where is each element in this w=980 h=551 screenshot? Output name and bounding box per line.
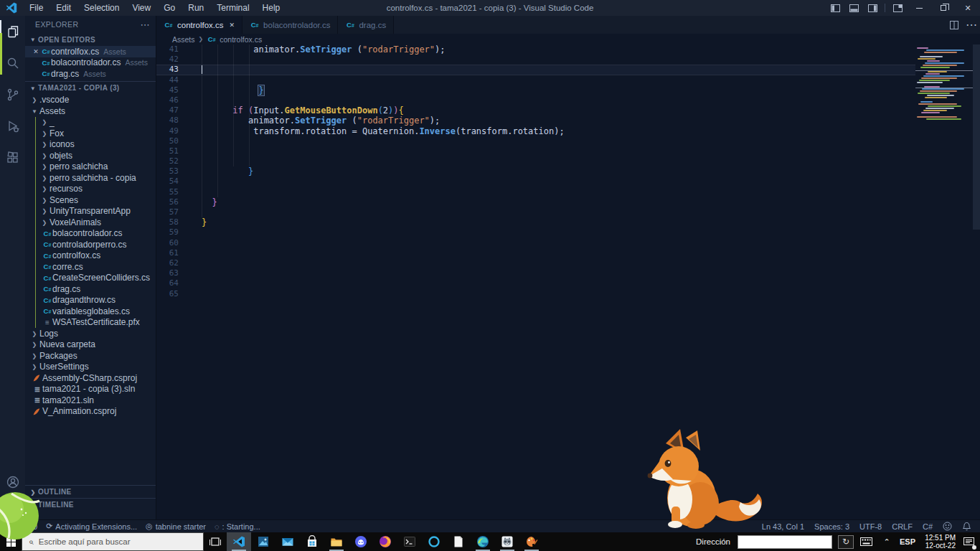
section-timeline[interactable]: ❯TIMELINE [25, 498, 156, 511]
code-line-53[interactable]: 53} [156, 166, 915, 176]
workspace-root-header[interactable]: ▼ TAMA2021 - COPIA (3) [25, 82, 156, 95]
section-outline[interactable]: ❯OUTLINE [25, 485, 156, 498]
code-line-50[interactable]: 50 [156, 136, 915, 146]
address-toolbar[interactable]: ▼ [738, 535, 832, 549]
taskbar-app-edge[interactable] [471, 532, 495, 551]
tree-item-corre-cs[interactable]: C#corre.cs [25, 261, 156, 273]
tab-bolacontrolador-cs[interactable]: C#bolacontrolador.cs [242, 16, 338, 34]
taskbar-app-store[interactable] [300, 532, 324, 551]
tree-item-vscode[interactable]: ❯.vscode [25, 95, 156, 106]
tree-item-nueva-carpeta[interactable]: ❯Nueva carpeta [25, 339, 156, 351]
layout-customize-icon[interactable] [888, 0, 907, 16]
code-line-60[interactable]: 60 [156, 238, 915, 248]
code-line-44[interactable]: 44 [156, 75, 915, 85]
code-line-63[interactable]: 63 [156, 268, 915, 278]
code-line-59[interactable]: 59 [156, 227, 915, 237]
minimap[interactable] [915, 44, 973, 519]
taskbar-app-notepad[interactable] [446, 532, 471, 551]
status-ln-43-col-1[interactable]: Ln 43, Col 1 [762, 522, 804, 531]
code-line-65[interactable]: 65 [156, 289, 915, 299]
status-spaces-3[interactable]: Spaces: 3 [814, 522, 849, 531]
tree-item-variablesglobales-cs[interactable]: C#variablesglobales.cs [25, 306, 156, 317]
tree-item-v-animation-csproj[interactable]: V_Animation.csproj [25, 406, 156, 418]
tree-item-perro-salchicha-copia[interactable]: ❯perro salchicha - copia [25, 172, 156, 184]
code-line-58[interactable]: 58} [156, 217, 915, 227]
code-line-48[interactable]: 48animator.SetTrigger ("rodarTrigger"); [156, 116, 915, 126]
status-starting[interactable]: ◌: Starting... [215, 522, 260, 531]
breadcrumb-file[interactable]: controlfox.cs [220, 35, 262, 44]
tree-item-recursos[interactable]: ❯recursos [25, 184, 156, 195]
taskbar-app-raccoon[interactable] [495, 532, 519, 551]
tree-item-controlfox-cs[interactable]: C#controlfox.cs [25, 250, 156, 262]
tree-item-wsatestcertificate-pfx[interactable]: ≡WSATestCertificate.pfx [25, 317, 156, 329]
tree-item-voxelanimals[interactable]: ❯VoxelAnimals [25, 217, 156, 228]
tree-item-objets[interactable]: ❯objets [25, 150, 156, 161]
code-line-42[interactable]: 42 [156, 55, 915, 65]
status-bell[interactable] [962, 522, 971, 531]
code-line-46[interactable]: 46 [156, 95, 915, 105]
open-editor-drag-cs[interactable]: C#drag.csAssets [25, 68, 156, 80]
tree-item-unitytransparentapp[interactable]: ❯UnityTransparentApp [25, 206, 156, 217]
tree-item-fox[interactable]: ❯Fox [25, 128, 156, 139]
taskbar-app-paint[interactable] [519, 532, 544, 551]
open-editor-bolacontrolador-cs[interactable]: C#bolacontrolador.csAssets [25, 57, 156, 69]
status-tabnine-starter[interactable]: ◎tabnine starter [146, 522, 206, 531]
tree-item-assembly-csharp-csproj[interactable]: Assembly-CSharp.csproj [25, 372, 156, 384]
code-line-52[interactable]: 52 [156, 156, 915, 166]
tree-item-iconos[interactable]: ❯iconos [25, 139, 156, 151]
open-editor-controlfox-cs[interactable]: ✕C#controlfox.csAssets [25, 46, 156, 57]
extensions-icon[interactable] [0, 142, 25, 174]
code-line-47[interactable]: 47if (Input.GetMouseButtonDown(2)){ [156, 105, 915, 116]
status-feedback[interactable] [943, 522, 952, 531]
code-line-49[interactable]: 49transform.rotation = Quaternion.Invers… [156, 126, 915, 136]
debug-icon[interactable] [0, 110, 25, 142]
taskbar-app-cortana[interactable] [422, 532, 446, 551]
status-c[interactable]: C# [923, 522, 933, 531]
code-line-41[interactable]: 41animator.SetTrigger ("rodarTrigger"); [156, 44, 915, 55]
menu-file[interactable]: File [23, 1, 50, 14]
tree-item-assets[interactable]: ▼Assets [25, 105, 156, 117]
code-line-55[interactable]: 55 [156, 187, 915, 197]
close-icon[interactable]: ✕ [230, 22, 235, 29]
taskbar-app-firefox[interactable] [373, 532, 397, 551]
split-editor-icon[interactable] [946, 17, 963, 33]
task-view-button[interactable] [204, 532, 227, 551]
code-line-51[interactable]: 51 [156, 146, 915, 156]
close-icon[interactable]: ✕ [31, 48, 41, 55]
code-line-57[interactable]: 57 [156, 207, 915, 217]
menu-help[interactable]: Help [256, 1, 287, 14]
explorer-more-actions-icon[interactable]: ⋯ [141, 19, 150, 30]
layout-sidebar-left-icon[interactable] [826, 0, 844, 16]
files-icon[interactable] [0, 16, 25, 47]
status-activating-extensions[interactable]: ⟳Activating Extensions... [46, 522, 137, 531]
taskbar-app-vscode[interactable] [227, 532, 251, 551]
language-indicator[interactable]: ESP [900, 537, 915, 546]
taskbar-search[interactable]: ⌕ Escribe aquí para buscar [22, 532, 204, 551]
close-button[interactable]: ✕ [956, 0, 980, 16]
menu-go[interactable]: Go [157, 1, 182, 14]
tree-item-logs[interactable]: ❯Logs [25, 328, 156, 339]
restore-button[interactable] [931, 0, 956, 16]
code-editor[interactable]: 41animator.SetTrigger ("rodarTrigger");4… [156, 44, 980, 519]
code-line-62[interactable]: 62 [156, 258, 915, 268]
taskbar-app-terminal[interactable] [397, 532, 422, 551]
address-input[interactable] [738, 536, 846, 548]
tree-item-perro-salchicha[interactable]: ❯perro salchicha [25, 161, 156, 173]
layout-panel-icon[interactable] [844, 0, 863, 16]
menu-terminal[interactable]: Terminal [210, 1, 255, 14]
breadcrumb-folder[interactable]: Assets [172, 35, 195, 44]
address-go-button[interactable]: ↻ [838, 535, 854, 549]
taskbar-app-photos[interactable] [251, 532, 275, 551]
tree-item-usersettings[interactable]: ❯UserSettings [25, 362, 156, 373]
tree-item-createscreencolliders-cs[interactable]: C#CreateScreenColliders.cs [25, 273, 156, 284]
tree-item-packages[interactable]: ❯Packages [25, 350, 156, 362]
menu-view[interactable]: View [126, 1, 157, 14]
tree-item-bolacontrolador-cs[interactable]: C#bolacontrolador.cs [25, 228, 156, 240]
search-icon[interactable] [0, 47, 25, 79]
menu-selection[interactable]: Selection [77, 1, 126, 14]
tree-item-dragandthrow-cs[interactable]: C#dragandthrow.cs [25, 295, 156, 306]
tab-controlfox-cs[interactable]: C#controlfox.cs✕ [156, 16, 242, 34]
taskbar-app-explorer[interactable] [324, 532, 349, 551]
minimize-button[interactable] [907, 0, 931, 16]
tree-item-tama2021-copia-3-sln[interactable]: ≣tama2021 - copia (3).sln [25, 384, 156, 395]
